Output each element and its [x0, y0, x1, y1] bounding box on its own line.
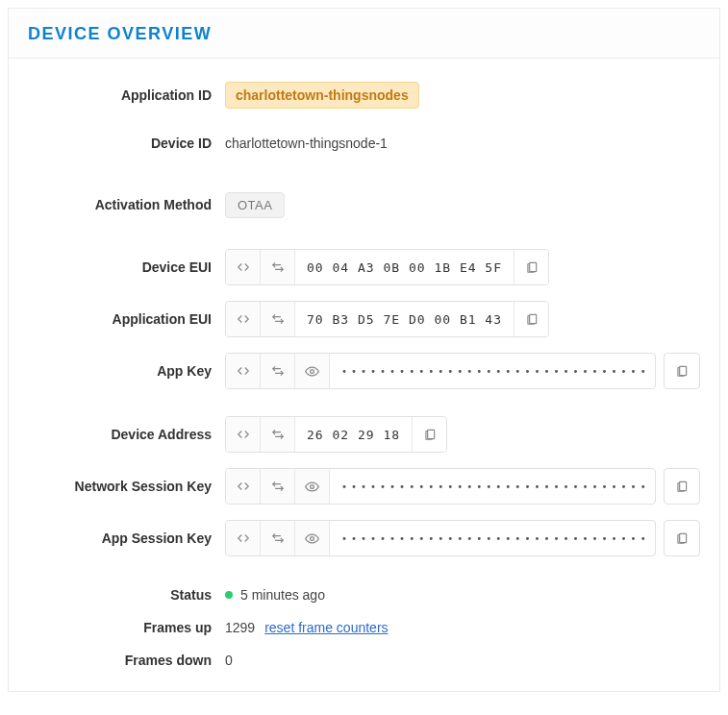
svg-rect-0	[529, 262, 536, 271]
device-address-value: 26 02 29 18	[295, 417, 412, 452]
frames-up-wrap: 1299 reset frame counters	[225, 620, 389, 635]
copy-icon[interactable]	[664, 520, 700, 556]
application-eui-field: 70 B3 D5 7E D0 00 B1 43	[225, 301, 549, 337]
swap-icon[interactable]	[261, 250, 295, 284]
swap-icon[interactable]	[261, 469, 295, 504]
toggle-format-icon[interactable]	[226, 302, 261, 336]
copy-icon[interactable]	[514, 250, 548, 284]
label-activation-method: Activation Method	[28, 197, 225, 212]
panel-title: DEVICE OVERVIEW	[28, 24, 700, 44]
application-id-chip[interactable]: charlottetown-thingsnodes	[225, 82, 419, 109]
status-value: 5 minutes ago	[240, 587, 325, 603]
swap-icon[interactable]	[261, 354, 295, 388]
label-device-id: Device ID	[28, 136, 225, 151]
frames-down-value: 0	[225, 653, 233, 668]
svg-rect-4	[427, 430, 434, 438]
copy-icon[interactable]	[412, 417, 446, 452]
copy-icon[interactable]	[664, 468, 700, 505]
activation-method-value: OTAA	[225, 192, 285, 218]
toggle-format-icon[interactable]	[226, 354, 261, 388]
toggle-format-icon[interactable]	[226, 250, 261, 284]
device-eui-value: 00 04 A3 0B 00 1B E4 5F	[295, 250, 514, 284]
network-session-key-value: ••••••••••••••••••••••••••••••••	[330, 469, 655, 504]
toggle-format-icon[interactable]	[226, 417, 261, 452]
label-app-key: App Key	[28, 363, 225, 379]
label-application-id: Application ID	[28, 87, 225, 103]
svg-point-5	[311, 484, 314, 488]
label-network-session-key: Network Session Key	[28, 479, 225, 494]
app-key-field: ••••••••••••••••••••••••••••••••	[225, 353, 656, 389]
reset-frame-counters-link[interactable]: reset frame counters	[264, 620, 388, 635]
svg-rect-8	[680, 533, 687, 542]
toggle-format-icon[interactable]	[226, 469, 261, 504]
svg-point-2	[311, 369, 314, 373]
copy-icon[interactable]	[664, 353, 700, 389]
panel-header: DEVICE OVERVIEW	[9, 9, 719, 59]
svg-point-7	[311, 536, 314, 540]
device-overview-panel: DEVICE OVERVIEW Application ID charlotte…	[8, 8, 720, 692]
svg-rect-1	[529, 314, 536, 323]
label-device-address: Device Address	[28, 427, 225, 442]
device-address-field: 26 02 29 18	[225, 416, 447, 453]
app-session-key-value: ••••••••••••••••••••••••••••••••	[330, 521, 655, 555]
swap-icon[interactable]	[261, 417, 295, 452]
panel-body: Application ID charlottetown-thingsnodes…	[9, 59, 719, 691]
status-dot-icon	[225, 591, 233, 599]
label-status: Status	[28, 587, 225, 603]
copy-icon[interactable]	[514, 302, 548, 336]
label-frames-up: Frames up	[28, 620, 225, 635]
svg-rect-6	[680, 481, 687, 490]
label-device-eui: Device EUI	[28, 259, 225, 275]
label-frames-down: Frames down	[28, 653, 225, 668]
svg-rect-3	[680, 366, 687, 375]
status-value-wrap: 5 minutes ago	[225, 587, 325, 603]
application-id-value: charlottetown-thingsnodes	[225, 82, 419, 109]
eye-icon[interactable]	[295, 354, 330, 388]
label-app-session-key: App Session Key	[28, 530, 225, 546]
swap-icon[interactable]	[261, 302, 295, 336]
eye-icon[interactable]	[295, 521, 330, 555]
eye-icon[interactable]	[295, 469, 330, 504]
network-session-key-field: ••••••••••••••••••••••••••••••••	[225, 468, 656, 505]
application-eui-value: 70 B3 D5 7E D0 00 B1 43	[295, 302, 514, 336]
swap-icon[interactable]	[261, 521, 295, 555]
app-key-value: ••••••••••••••••••••••••••••••••	[330, 354, 655, 388]
app-session-key-field: ••••••••••••••••••••••••••••••••	[225, 520, 656, 556]
toggle-format-icon[interactable]	[226, 521, 261, 555]
frames-up-value: 1299	[225, 620, 255, 635]
device-eui-field: 00 04 A3 0B 00 1B E4 5F	[225, 249, 549, 285]
label-application-eui: Application EUI	[28, 311, 225, 327]
device-id-value: charlottetown-thingsnode-1	[225, 136, 388, 151]
